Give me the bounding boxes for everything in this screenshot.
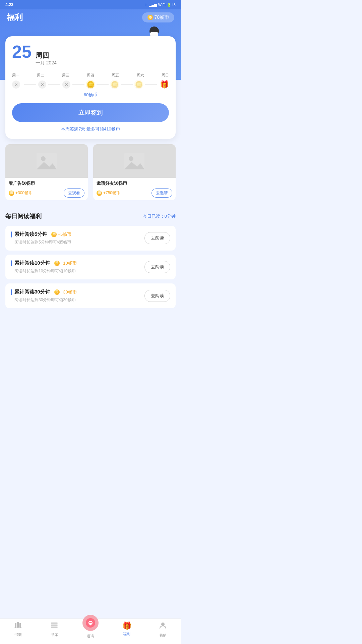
week-day-label-2: 周二 xyxy=(37,73,44,78)
task-desc-2: 阅读时长达到10分钟即可领10畅币 xyxy=(14,268,144,274)
status-icons: ⊹ ▂▄▆ WiFi 🔋48 xyxy=(144,3,176,7)
week-day-label-5: 周五 xyxy=(112,73,119,78)
task-title-row-2: 累计阅读10分钟 币 +10畅币 xyxy=(11,260,144,266)
task-item-1: 累计阅读5分钟 币 +5畅币 阅读时长达到5分钟即可领5畅币 去阅读 xyxy=(5,226,176,251)
checkin-day-6: 🪙 xyxy=(134,80,143,89)
ad-title-2: 邀请好友送畅币 xyxy=(97,180,172,186)
task-bar-1 xyxy=(11,231,12,237)
task-reward-1: 币 +5畅币 xyxy=(51,231,71,237)
status-time: 4:23 xyxy=(5,2,13,7)
ad-image-1 xyxy=(5,144,88,178)
page-title: 福利 xyxy=(7,12,23,23)
ad-image-2 xyxy=(93,144,176,178)
date-month-year: 一月 2024 xyxy=(36,60,57,66)
week-day-label-1: 周一 xyxy=(12,73,19,78)
date-info: 周四 一月 2024 xyxy=(36,51,57,66)
checkin-day-7: 🎁 xyxy=(160,80,169,89)
task-reward-2: 币 +10畅币 xyxy=(54,260,77,266)
signin-button[interactable]: 立即签到 xyxy=(12,103,169,122)
week-day-label-4: 周四 xyxy=(87,73,94,78)
today-checkin-coins: 60畅币 xyxy=(12,92,169,98)
checkin-day-5: 🪙 xyxy=(110,80,119,89)
ad-card-2[interactable]: 邀请好友送畅币 币 +750畅币 去邀请 xyxy=(93,144,176,200)
svg-point-11 xyxy=(41,156,46,161)
task-button-3[interactable]: 去阅读 xyxy=(144,290,170,302)
task-coin-1: 币 xyxy=(51,232,57,237)
daily-reading-section: 每日阅读福利 今日已读：0分钟 累计阅读5分钟 币 +5畅币 阅读时长达到5分钟… xyxy=(0,212,181,308)
daily-reading-header: 每日阅读福利 今日已读：0分钟 xyxy=(5,212,176,220)
task-coin-3: 币 xyxy=(54,289,60,295)
task-left-3: 累计阅读30分钟 币 +30畅币 阅读时长达到30分钟即可领30畅币 xyxy=(11,289,144,303)
wifi-icon: WiFi xyxy=(158,3,166,7)
checkin-day-2: ✕ xyxy=(38,80,46,89)
task-title-row-1: 累计阅读5分钟 币 +5畅币 xyxy=(11,231,144,237)
date-day: 25 xyxy=(12,43,32,60)
date-section: 25 周四 一月 2024 xyxy=(12,43,169,66)
ad-footer-1: 币 +300畅币 去观看 xyxy=(9,189,84,198)
status-bar: 4:23 ⊹ ▂▄▆ WiFi 🔋48 xyxy=(0,0,181,9)
battery-icon: 🔋48 xyxy=(167,3,176,7)
week-day-label-3: 周三 xyxy=(62,73,69,78)
daily-reading-status: 今日已读：0分钟 xyxy=(143,213,176,219)
daily-reading-title: 每日阅读福利 xyxy=(5,212,42,220)
main-card: 25 周四 一月 2024 周一 周二 周三 周四 周五 周六 周日 ✕ ✕ xyxy=(5,36,176,139)
ad-title-1: 看广告送畅币 xyxy=(9,180,84,186)
ad-coin-icon-2: 币 xyxy=(97,191,102,196)
ad-button-2[interactable]: 去邀请 xyxy=(152,189,172,198)
ad-info-1: 看广告送畅币 币 +300畅币 去观看 xyxy=(5,178,88,200)
task-left-1: 累计阅读5分钟 币 +5畅币 阅读时长达到5分钟即可领5畅币 xyxy=(11,231,144,245)
signin-hint: 本周签满7天 最多可领410畅币 xyxy=(12,126,169,132)
ad-reward-2: 币 +750畅币 xyxy=(97,190,120,196)
task-bar-3 xyxy=(11,289,12,295)
task-title-3: 累计阅读30分钟 xyxy=(14,289,50,295)
svg-point-14 xyxy=(129,156,133,161)
date-weekday: 周四 xyxy=(36,51,57,60)
task-coin-2: 币 xyxy=(54,261,60,266)
task-left-2: 累计阅读10分钟 币 +10畅币 阅读时长达到10分钟即可领10畅币 xyxy=(11,260,144,274)
ad-button-1[interactable]: 去观看 xyxy=(64,189,84,198)
week-day-label-7: 周日 xyxy=(162,73,169,78)
task-item-2: 累计阅读10分钟 币 +10畅币 阅读时长达到10分钟即可领10畅币 去阅读 xyxy=(5,255,176,279)
ad-reward-1: 币 +300畅币 xyxy=(9,190,33,196)
ad-footer-2: 币 +750畅币 去邀请 xyxy=(97,189,172,198)
bluetooth-icon: ⊹ xyxy=(144,3,147,7)
ad-placeholder-1 xyxy=(37,153,57,169)
checkin-day-4: 🪙 xyxy=(86,80,95,89)
ad-row: 看广告送畅币 币 +300畅币 去观看 xyxy=(5,144,176,200)
ad-section: 看广告送畅币 币 +300畅币 去观看 xyxy=(0,139,181,212)
task-item-3: 累计阅读30分钟 币 +30畅币 阅读时长达到30分钟即可领30畅币 去阅读 xyxy=(5,283,176,308)
task-reward-3: 币 +30畅币 xyxy=(54,289,77,295)
task-title-row-3: 累计阅读30分钟 币 +30畅币 xyxy=(11,289,144,295)
signal-icon: ▂▄▆ xyxy=(149,3,157,7)
ad-card-1[interactable]: 看广告送畅币 币 +300畅币 去观看 xyxy=(5,144,88,200)
task-title-1: 累计阅读5分钟 xyxy=(14,231,47,237)
task-desc-1: 阅读时长达到5分钟即可领5畅币 xyxy=(14,239,144,245)
task-button-1[interactable]: 去阅读 xyxy=(144,232,170,244)
week-day-label-6: 周六 xyxy=(137,73,144,78)
ad-info-2: 邀请好友送畅币 币 +750畅币 去邀请 xyxy=(93,178,176,200)
ad-coin-icon-1: 币 xyxy=(9,191,14,196)
checkin-day-1: ✕ xyxy=(12,80,20,89)
week-checkin-row: 周一 周二 周三 周四 周五 周六 周日 ✕ ✕ ✕ xyxy=(12,73,169,89)
task-desc-3: 阅读时长达到30分钟即可领30畅币 xyxy=(14,297,144,303)
task-button-2[interactable]: 去阅读 xyxy=(144,261,170,273)
ad-placeholder-2 xyxy=(124,153,144,169)
task-bar-2 xyxy=(11,260,12,266)
task-title-2: 累计阅读10分钟 xyxy=(14,260,50,266)
svg-rect-9 xyxy=(150,32,158,36)
checkin-day-3: ✕ xyxy=(62,80,70,89)
